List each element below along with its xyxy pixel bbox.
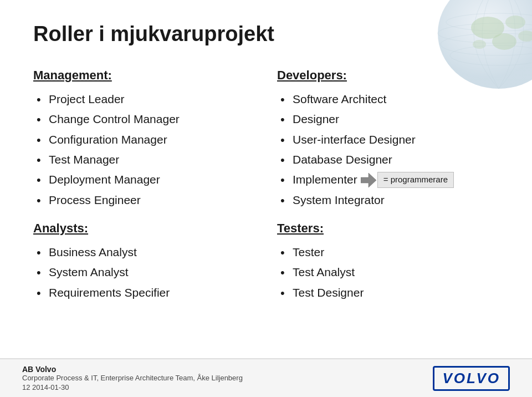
svg-marker-10 [361, 173, 376, 187]
list-item: Test Manager [33, 150, 255, 170]
svg-point-7 [505, 16, 525, 29]
testers-header: Testers: [277, 221, 499, 236]
list-item: Requirements Specifier [33, 283, 255, 303]
list-item: Process Engineer [33, 190, 255, 210]
list-item: User-interface Designer [277, 130, 499, 150]
list-item: Designer [277, 109, 499, 129]
management-header: Management: [33, 68, 255, 83]
svg-point-6 [492, 33, 516, 50]
list-item: Deployment Manager [33, 170, 255, 190]
list-item: Tester [277, 242, 499, 262]
main-content: Roller i mjukvaruprojekt Management: Pro… [0, 0, 532, 325]
management-list: Project Leader Change Control Manager Co… [33, 89, 255, 210]
left-column: Management: Project Leader Change Contro… [33, 68, 255, 314]
columns-container: Management: Project Leader Change Contro… [33, 68, 499, 314]
developers-list: Software Architect Designer User-interfa… [277, 89, 499, 210]
footer-company: AB Volvo [22, 365, 243, 374]
list-item: Test Designer [277, 283, 499, 303]
list-item: System Analyst [33, 262, 255, 282]
list-item: System Integrator [277, 190, 499, 210]
footer-page: 12 2014-01-30 [22, 383, 243, 391]
arrow-container: = programmerare [361, 172, 454, 187]
implementer-text: Implementer [293, 172, 357, 187]
volvo-logo: VOLVO [433, 366, 510, 391]
testers-list: Tester Test Analyst Test Designer [277, 242, 499, 303]
analysts-list: Business Analyst System Analyst Requirem… [33, 242, 255, 303]
footer-left: AB Volvo Corporate Process & IT, Enterpr… [22, 365, 243, 391]
list-item: Business Analyst [33, 242, 255, 262]
footer: AB Volvo Corporate Process & IT, Enterpr… [0, 358, 532, 397]
list-item: Configuration Manager [33, 130, 255, 150]
list-item: Change Control Manager [33, 109, 255, 129]
svg-point-9 [473, 40, 486, 49]
list-item: Implementer = programmerare [277, 170, 499, 190]
programmerare-badge: = programmerare [377, 172, 454, 187]
footer-subtitle: Corporate Process & IT, Enterprise Archi… [22, 374, 243, 382]
list-item: Test Analyst [277, 262, 499, 282]
list-item: Project Leader [33, 89, 255, 109]
analysts-header: Analysts: [33, 221, 255, 236]
list-item: Database Designer [277, 150, 499, 170]
right-column: Developers: Software Architect Designer … [277, 68, 499, 314]
list-item: Software Architect [277, 89, 499, 109]
